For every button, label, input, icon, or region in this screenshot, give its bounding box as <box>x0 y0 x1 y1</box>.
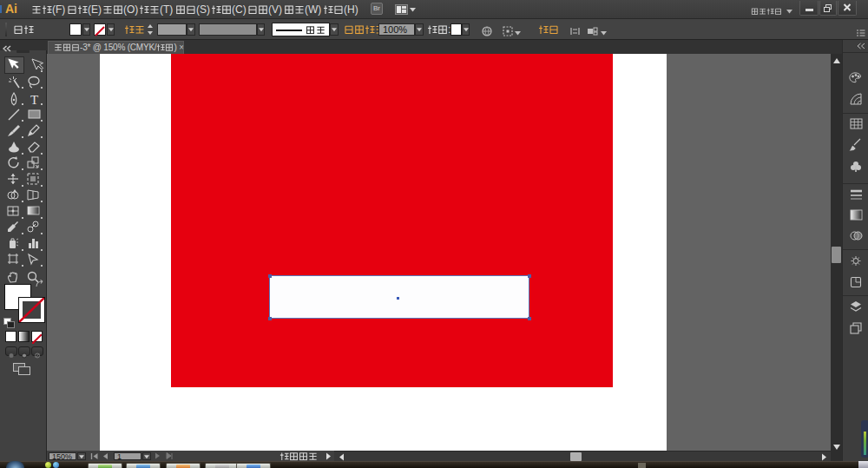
svg-text:T: T <box>30 93 38 107</box>
